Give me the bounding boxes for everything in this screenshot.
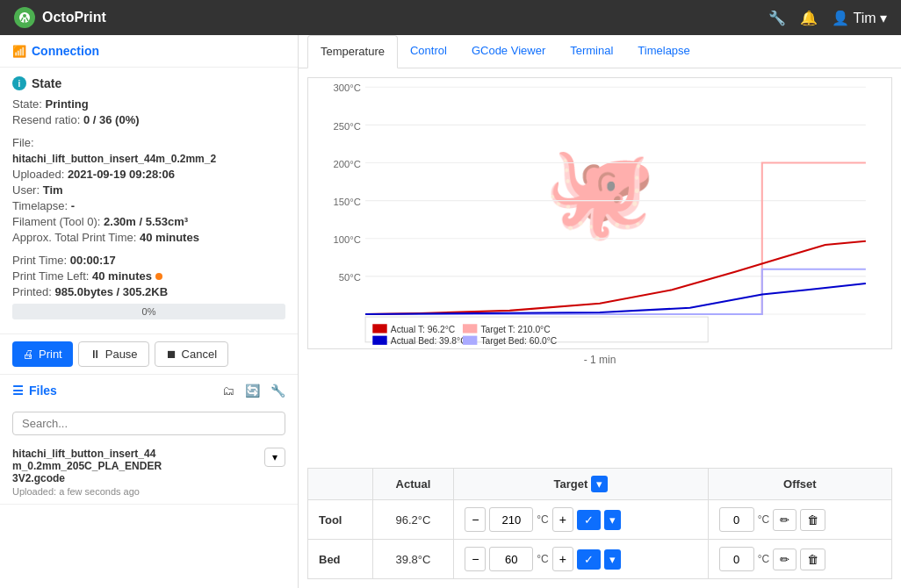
file-item-name: hitachi_lift_button_insert_44m_0.2mm_205… bbox=[12, 448, 162, 484]
tool-offset-input[interactable] bbox=[719, 507, 754, 532]
svg-text:Target T: 210.0°C: Target T: 210.0°C bbox=[480, 325, 551, 334]
chart-x-label: - 1 min bbox=[307, 354, 892, 366]
tool-target-unit: °C bbox=[537, 513, 548, 526]
tool-offset-delete-btn[interactable]: 🗑 bbox=[800, 509, 825, 531]
timelapse-row: Timelapse: - bbox=[12, 199, 285, 212]
col-actual-header: Actual bbox=[372, 469, 454, 500]
refresh-icon[interactable]: 🔄 bbox=[245, 384, 260, 398]
bed-offset-unit: °C bbox=[758, 553, 769, 565]
cancel-icon: ⏹ bbox=[166, 348, 177, 361]
tool-target-increase-btn[interactable]: + bbox=[552, 507, 573, 532]
pause-icon: ⏸ bbox=[90, 348, 101, 361]
svg-text:200°C: 200°C bbox=[333, 159, 360, 169]
tool-offset-unit: °C bbox=[758, 513, 769, 526]
bed-target-dropdown-btn[interactable]: ▾ bbox=[604, 549, 621, 570]
uploaded-row: Uploaded: 2021-09-19 09:28:06 bbox=[12, 168, 285, 181]
svg-text:Actual T: 96.2°C: Actual T: 96.2°C bbox=[391, 325, 456, 334]
tool-temp-row: Tool 96.2°C − °C + ✓ ▾ bbox=[308, 500, 892, 540]
connection-section-header: 📶 Connection bbox=[0, 35, 298, 68]
svg-text:Actual Bed: 39.8°C: Actual Bed: 39.8°C bbox=[391, 336, 467, 346]
print-time-left-row: Print Time Left: 40 minutes bbox=[12, 269, 285, 283]
user-row: User: Tim bbox=[12, 183, 285, 197]
tool-row-label: Tool bbox=[308, 500, 373, 540]
tab-bar: Temperature Control GCode Viewer Termina… bbox=[299, 35, 901, 68]
printed-value: 985.0bytes / 305.2KB bbox=[54, 285, 168, 298]
state-section: i State State: Printing Resend ratio: 0 … bbox=[0, 68, 298, 334]
svg-text:150°C: 150°C bbox=[333, 197, 360, 207]
tool-target-input[interactable] bbox=[489, 507, 533, 532]
state-info-icon: i bbox=[12, 76, 26, 90]
connection-icon: 📶 bbox=[12, 45, 26, 58]
progress-bar: 0% bbox=[12, 304, 285, 319]
filament-value: 2.30m / 5.53cm³ bbox=[104, 215, 188, 228]
file-value: hitachi_lift_button_insert_44m_0.2mm_2 bbox=[12, 153, 216, 165]
tool-offset-edit-btn[interactable]: ✏ bbox=[773, 509, 796, 531]
search-wrap bbox=[0, 406, 298, 441]
approx-time-row: Approx. Total Print Time: 40 minutes bbox=[12, 231, 285, 244]
app-brand: OctoPrint bbox=[14, 7, 106, 28]
file-list-item: hitachi_lift_button_insert_44m_0.2mm_205… bbox=[0, 441, 298, 505]
nav-actions: 🔧 🔔 👤 Tim ▾ bbox=[768, 10, 887, 26]
filament-row: Filament (Tool 0): 2.30m / 5.53cm³ bbox=[12, 215, 285, 228]
tab-gcode-viewer[interactable]: GCode Viewer bbox=[459, 35, 558, 68]
files-toolbar: 🗂 🔄 🔧 bbox=[222, 384, 285, 398]
svg-text:🐙: 🐙 bbox=[544, 138, 657, 245]
main-layout: 📶 Connection i State State: Printing Res… bbox=[0, 35, 901, 588]
notifications-icon[interactable]: 🔔 bbox=[800, 10, 818, 26]
bed-target-input[interactable] bbox=[489, 547, 533, 571]
col-target-header: Target ▾ bbox=[454, 469, 708, 500]
bed-target-decrease-btn[interactable]: − bbox=[465, 547, 486, 571]
app-logo bbox=[14, 7, 35, 28]
file-select-dropdown[interactable]: ▾ bbox=[264, 448, 285, 467]
svg-text:250°C: 250°C bbox=[333, 121, 360, 132]
tool-offset-control: °C ✏ 🗑 bbox=[708, 500, 891, 540]
target-dropdown-btn[interactable]: ▾ bbox=[591, 476, 608, 492]
bed-target-increase-btn[interactable]: + bbox=[552, 547, 573, 571]
temp-table-wrap: Actual Target ▾ Offset Tool bbox=[299, 468, 901, 588]
bed-offset-delete-btn[interactable]: 🗑 bbox=[800, 549, 825, 570]
tool-target-decrease-btn[interactable]: − bbox=[465, 507, 486, 532]
uploaded-value: 2021-09-19 09:28:06 bbox=[68, 168, 175, 181]
wrench-icon[interactable]: 🔧 bbox=[270, 384, 285, 398]
svg-rect-23 bbox=[463, 324, 477, 333]
settings-icon[interactable]: 🔧 bbox=[768, 10, 786, 26]
files-title[interactable]: ☰ Files bbox=[12, 384, 57, 398]
resend-row: Resend ratio: 0 / 36 (0%) bbox=[12, 113, 285, 126]
top-navigation: OctoPrint 🔧 🔔 👤 Tim ▾ bbox=[0, 0, 901, 35]
bed-target-unit: °C bbox=[537, 553, 548, 565]
temperature-chart: 🐙 300°C 250°C 200°C 150°C 100°C 50°C bbox=[307, 77, 892, 349]
bed-actual-value: 39.8°C bbox=[372, 540, 454, 579]
tab-control[interactable]: Control bbox=[398, 35, 459, 68]
state-title: i State bbox=[12, 76, 285, 90]
bed-offset-input[interactable] bbox=[719, 547, 754, 571]
cancel-button[interactable]: ⏹ Cancel bbox=[155, 341, 228, 367]
bed-offset-edit-btn[interactable]: ✏ bbox=[773, 549, 796, 570]
state-heading: State bbox=[32, 76, 61, 90]
search-input[interactable] bbox=[12, 412, 285, 435]
time-indicator bbox=[155, 273, 162, 280]
file-row: File: bbox=[12, 136, 285, 149]
state-value: Printing bbox=[46, 97, 89, 111]
svg-text:300°C: 300°C bbox=[333, 82, 360, 93]
user-menu[interactable]: 👤 Tim ▾ bbox=[832, 10, 887, 26]
progress-text: 0% bbox=[142, 306, 156, 317]
print-time-row: Print Time: 00:00:17 bbox=[12, 254, 285, 267]
tab-timelapse[interactable]: Timelapse bbox=[625, 35, 702, 68]
connection-label[interactable]: Connection bbox=[32, 44, 99, 58]
sidebar: 📶 Connection i State State: Printing Res… bbox=[0, 35, 299, 588]
svg-text:100°C: 100°C bbox=[333, 234, 360, 245]
file-item-meta: Uploaded: a few seconds ago bbox=[12, 486, 162, 497]
bed-confirm-btn[interactable]: ✓ bbox=[577, 549, 601, 570]
pause-button[interactable]: ⏸ Pause bbox=[78, 341, 149, 367]
tool-confirm-btn[interactable]: ✓ bbox=[577, 510, 601, 530]
upload-icon[interactable]: 🗂 bbox=[222, 384, 234, 398]
tab-temperature[interactable]: Temperature bbox=[307, 35, 398, 68]
timelapse-value: - bbox=[71, 199, 75, 212]
temperature-table: Actual Target ▾ Offset Tool bbox=[307, 468, 892, 579]
tab-terminal[interactable]: Terminal bbox=[558, 35, 625, 68]
files-list-icon: ☰ bbox=[12, 384, 24, 398]
print-button[interactable]: 🖨 Print bbox=[12, 341, 73, 367]
print-time-value: 00:00:17 bbox=[70, 254, 116, 267]
tool-target-dropdown-btn[interactable]: ▾ bbox=[604, 510, 621, 530]
tool-target-control: − °C + ✓ ▾ bbox=[454, 500, 708, 540]
